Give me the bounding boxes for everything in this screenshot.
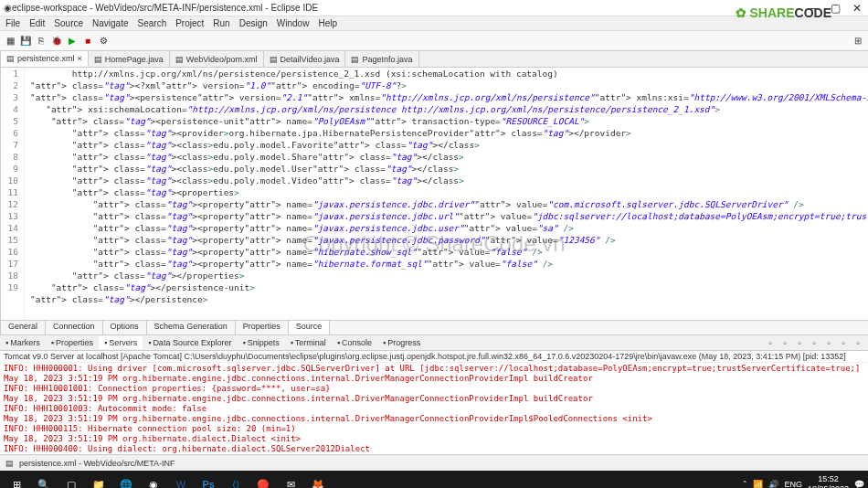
menu-search[interactable]: Search: [138, 18, 167, 28]
word-icon[interactable]: W: [168, 472, 194, 488]
tab-label: PageInfo.java: [362, 55, 412, 64]
taskbar-clock[interactable]: 15:52 18/05/2023: [808, 474, 849, 488]
volume-icon[interactable]: 🔊: [768, 480, 778, 488]
design-tab-connection[interactable]: Connection: [46, 321, 103, 334]
debug-icon[interactable]: 🐞: [50, 35, 63, 48]
close-icon[interactable]: ×: [78, 54, 82, 63]
menu-edit[interactable]: Edit: [29, 18, 45, 28]
remove-icon[interactable]: ▫: [778, 336, 791, 349]
scroll-lock-icon[interactable]: ▫: [822, 336, 835, 349]
menu-navigate[interactable]: Navigate: [92, 18, 128, 28]
mail-icon[interactable]: ✉: [278, 472, 303, 488]
servers-icon: ▪: [104, 338, 107, 347]
console-output[interactable]: INFO: HHH000001: Using driver [com.micro…: [0, 363, 868, 454]
tab-label: HomePage.java: [105, 55, 164, 64]
tab-label: DetailVideo.java: [281, 55, 340, 64]
menu-run[interactable]: Run: [213, 18, 229, 28]
menu-source[interactable]: Source: [54, 18, 83, 28]
search-icon[interactable]: 🔍: [31, 472, 57, 488]
log-line: INFO: HHH10001001: Connection properties…: [4, 384, 864, 394]
menu-file[interactable]: File: [5, 18, 20, 28]
notifications-icon[interactable]: 💬: [854, 480, 864, 488]
editor-content[interactable]: 12345678910111213141516171819 http://xml…: [1, 68, 868, 320]
snippets-icon: ▪: [242, 338, 245, 347]
task-view-icon[interactable]: ▢: [58, 472, 84, 488]
properties-icon: ▪: [51, 338, 54, 347]
view-tab-progress[interactable]: ▪Progress: [377, 336, 426, 349]
view-tab-properties[interactable]: ▪Properties: [46, 336, 99, 349]
file-icon: ▤: [270, 55, 278, 64]
console-icon: ▪: [337, 338, 340, 347]
editor-tab[interactable]: ▤persistence.xml×: [1, 51, 89, 67]
bottom-view-tabs: ▪Markers▪Properties▪Servers▪Data Source …: [0, 334, 868, 351]
sharecode-logo: ✿ SHARECODE: [736, 5, 831, 20]
wifi-icon[interactable]: 📶: [753, 480, 763, 488]
main-toolbar: ▦ 💾 ⎘ 🐞 ▶ ■ ⚙ ⊞: [0, 31, 868, 51]
progress-icon: ▪: [383, 338, 386, 347]
editor-tab[interactable]: ▤HomePage.java: [89, 51, 170, 67]
run-icon[interactable]: ▶: [66, 35, 79, 48]
terminate-icon[interactable]: ▫: [764, 336, 777, 349]
log-line: May 18, 2023 3:51:19 PM org.hibernate.en…: [4, 374, 864, 384]
view-tab-snippets[interactable]: ▪Snippets: [237, 336, 284, 349]
build-icon[interactable]: ⚙: [97, 35, 110, 48]
design-tab-options[interactable]: Options: [103, 321, 147, 334]
console-header: Tomcat v9.0 Server at localhost [Apache …: [0, 351, 868, 363]
ps-icon[interactable]: Ps: [196, 472, 221, 488]
file-icon: ▤: [94, 55, 102, 64]
stop-icon[interactable]: ■: [81, 35, 94, 48]
edge-icon[interactable]: 🌐: [113, 472, 139, 488]
chrome-icon[interactable]: 🔴: [250, 472, 276, 488]
log-line: INFO: HHH000400: Using dialect: org.hibe…: [4, 444, 864, 454]
view-tab-terminal[interactable]: ▪Terminal: [285, 336, 332, 349]
maximize-icon[interactable]: ▫: [852, 336, 864, 349]
design-tab-general[interactable]: General: [1, 321, 46, 334]
tab-label: Snippets: [248, 338, 280, 347]
view-tab-servers[interactable]: ▪Servers: [99, 336, 143, 349]
log-line: May 18, 2023 3:51:19 PM org.hibernate.en…: [4, 394, 864, 404]
file-icon: ▤: [175, 55, 184, 64]
design-tab-properties[interactable]: Properties: [236, 321, 289, 334]
design-tab-source[interactable]: Source: [289, 321, 331, 334]
language-indicator[interactable]: ENG: [784, 480, 802, 488]
start-button[interactable]: ⊞: [4, 472, 29, 488]
tray-chevron-icon[interactable]: ˄: [743, 480, 747, 488]
tab-label: Data Source Explorer: [153, 338, 231, 347]
file-icon: ▤: [351, 55, 359, 64]
design-tab-schema-generation[interactable]: Schema Generation: [147, 321, 236, 334]
perspective-icon[interactable]: ⊞: [852, 35, 864, 48]
tab-label: persistence.xml: [17, 54, 75, 63]
editor-tab[interactable]: ▤PageInfo.java: [345, 51, 418, 67]
editor-tab[interactable]: ▤WebVideo/pom.xml: [170, 51, 264, 67]
windows-taskbar: ⊞ 🔍 ▢ 📁 🌐 ◉ W Ps ⟨⟩ 🔴 ✉ 🦊 ˄ 📶 🔊 ENG 15:5…: [0, 471, 868, 488]
log-line: INFO: HHH000115: Hibernate connection po…: [4, 424, 864, 434]
editor-tab[interactable]: ▤DetailVideo.java: [264, 51, 346, 67]
tab-label: Progress: [387, 338, 420, 347]
vscode-icon[interactable]: ⟨⟩: [223, 472, 249, 488]
data source explorer-icon: ▪: [148, 338, 151, 347]
file-icon: ▤: [6, 54, 15, 63]
view-tab-data-source-explorer[interactable]: ▪Data Source Explorer: [143, 336, 237, 349]
save-icon[interactable]: 💾: [19, 35, 32, 48]
clear-icon[interactable]: ▫: [793, 336, 806, 349]
status-file: persistence.xml - WebVideo/src/META-INF: [19, 459, 175, 468]
minimize-icon[interactable]: ▫: [837, 336, 850, 349]
view-tab-markers[interactable]: ▪Markers: [0, 336, 46, 349]
menu-design[interactable]: Design: [239, 18, 268, 28]
pin-icon[interactable]: ▫: [808, 336, 820, 349]
menu-window[interactable]: Window: [277, 18, 310, 28]
eclipse-taskbar-icon[interactable]: ◉: [141, 472, 166, 488]
new-icon[interactable]: ▦: [4, 35, 16, 48]
menu-project[interactable]: Project: [175, 18, 204, 28]
tab-label: Servers: [109, 338, 137, 347]
firefox-icon[interactable]: 🦊: [305, 472, 331, 488]
menu-help[interactable]: Help: [318, 18, 337, 28]
explorer-icon[interactable]: 📁: [86, 472, 111, 488]
tab-label: Markers: [10, 338, 40, 347]
log-line: INFO: HHH10001003: Autocommit mode: fals…: [4, 404, 864, 414]
view-tab-console[interactable]: ▪Console: [332, 336, 377, 349]
markers-icon: ▪: [5, 338, 8, 347]
window-title: eclipse-workspace - WebVideo/src/META-IN…: [12, 3, 806, 13]
close-button[interactable]: ✕: [850, 2, 864, 15]
save-all-icon[interactable]: ⎘: [35, 35, 48, 48]
